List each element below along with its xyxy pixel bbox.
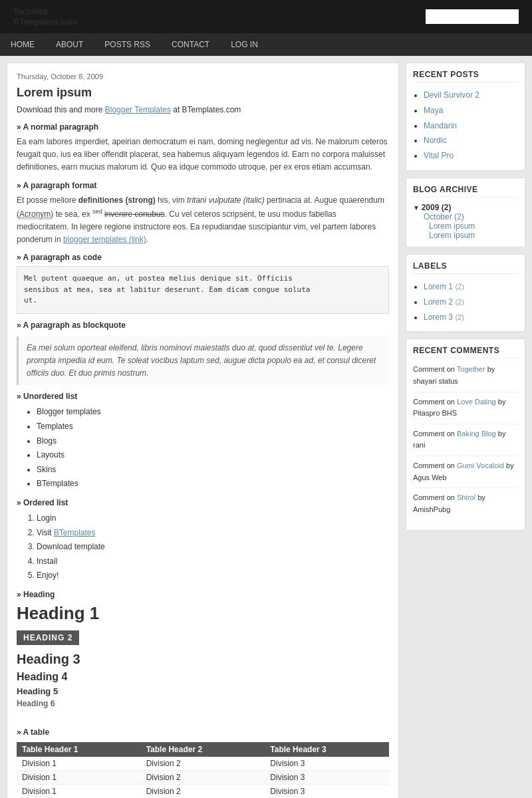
list-item: Enjoy! xyxy=(37,569,389,583)
section-code: A paragraph as code xyxy=(17,253,389,262)
comment-link[interactable]: Baking Blog xyxy=(457,430,496,438)
list-item: Skins xyxy=(37,463,389,477)
comments-title: RECENT COMMENTS xyxy=(413,346,518,358)
table-header: Table Header 2 xyxy=(141,742,265,757)
main-nav: HOME ABOUT POSTS RSS CONTACT LOG IN xyxy=(0,33,532,56)
table-cell: Division 2 xyxy=(141,770,265,784)
list-item: Lorem 1 (2) xyxy=(424,279,518,295)
comment-item: Comment on Together by shayari status xyxy=(413,364,518,392)
comment-link[interactable]: Shirol xyxy=(457,493,475,501)
comments-widget: RECENT COMMENTS Comment on Together by s… xyxy=(406,338,525,531)
labels-list: Lorem 1 (2) Lorem 2 (2) Lorem 3 (2) xyxy=(413,279,518,325)
section-heading: Heading xyxy=(17,590,389,599)
recent-post-link[interactable]: Maya xyxy=(424,106,443,115)
table-cell: Division 3 xyxy=(265,770,389,784)
nav-home[interactable]: HOME xyxy=(0,33,45,56)
unordered-list: Blogger templates Templates Blogs Layout… xyxy=(37,405,389,491)
list-item: Templates xyxy=(37,420,389,434)
archive-month-link[interactable]: October (2) xyxy=(424,212,464,221)
label-link[interactable]: Lorem 3 xyxy=(424,313,453,322)
comment-link[interactable]: Love Dating xyxy=(457,398,496,406)
table-cell: Division 3 xyxy=(265,757,389,771)
comment-item: Comment on Gumi Vocaloid by Agus Web xyxy=(413,460,518,488)
section-unordered: Unordered list xyxy=(17,392,389,401)
list-item: Devil Survivor 2 xyxy=(424,88,518,103)
section-table: A table xyxy=(17,728,389,737)
list-item: Blogs xyxy=(37,434,389,449)
format-paragraph-text: Et posse meliore definitiones (strong) h… xyxy=(17,194,389,247)
post-date: Thursday, October 8, 2009 xyxy=(17,72,389,80)
blogger-templates-link2[interactable]: blogger templates (link) xyxy=(63,235,146,244)
list-item: Download template xyxy=(37,540,389,555)
nav-contact[interactable]: CONTACT xyxy=(161,33,220,56)
archive-month: October (2) xyxy=(413,212,518,221)
site-branding: Techified BTemplates.com xyxy=(13,7,77,27)
nav-posts-rss[interactable]: POSTS RSS xyxy=(94,33,161,56)
list-item: Vital Pro xyxy=(424,148,518,164)
archive-entry-link[interactable]: Lorem ipsum xyxy=(429,221,518,231)
blogger-templates-link[interactable]: Blogger Templates xyxy=(105,105,171,114)
list-item: Install xyxy=(37,555,389,569)
list-item: Maya xyxy=(424,103,518,118)
blockquote: Ea mei solum oporteat eleifend, libris n… xyxy=(17,336,389,386)
table-cell: Division 1 xyxy=(17,784,141,798)
section-ordered: Ordered list xyxy=(17,498,389,507)
list-item: Visit BTemplates xyxy=(37,526,389,541)
labels-title: LABELS xyxy=(413,261,518,274)
section-normal-paragraph: A normal paragraph xyxy=(17,122,389,132)
label-link[interactable]: Lorem 1 xyxy=(424,282,453,291)
heading-1: Heading 1 xyxy=(17,603,389,624)
heading-6: Heading 6 xyxy=(17,699,389,708)
table-cell: Division 2 xyxy=(141,784,265,798)
section-blockquote: A paragraph as blockquote xyxy=(17,321,389,330)
list-item: Login xyxy=(37,511,389,526)
archive-year-count: (2) xyxy=(442,203,452,212)
list-item: Nordic xyxy=(424,133,518,148)
search-input[interactable] xyxy=(426,9,519,24)
label-count: (2) xyxy=(455,298,464,306)
section-paragraph-format: A paragraph format xyxy=(17,181,389,190)
archive-title: BLOG ARCHIVE xyxy=(413,185,518,198)
heading-5: Heading 5 xyxy=(17,686,389,696)
comment-link[interactable]: Gumi Vocaloid xyxy=(457,462,504,469)
label-count: (2) xyxy=(455,283,464,291)
archive-entry: Lorem ipsum xyxy=(413,231,518,240)
comment-item: Comment on Shirol by AmishPubg xyxy=(413,492,518,519)
heading-3: Heading 3 xyxy=(17,652,389,667)
heading-4: Heading 4 xyxy=(17,671,389,683)
comment-item: Comment on Love Dating by Pitaspro BHS xyxy=(413,396,518,424)
site-title: Techified xyxy=(13,7,77,17)
labels-widget: LABELS Lorem 1 (2) Lorem 2 (2) Lorem 3 (… xyxy=(406,254,525,332)
list-item: Layouts xyxy=(37,448,389,463)
table-row: Division 1 Division 2 Division 3 xyxy=(17,770,389,784)
table-header: Table Header 3 xyxy=(265,742,389,757)
nav-about[interactable]: ABOUT xyxy=(45,33,94,56)
label-count: (2) xyxy=(455,313,464,321)
sidebar: RECENT POSTS Devil Survivor 2 Maya Manda… xyxy=(406,63,525,798)
recent-post-link[interactable]: Mandarin xyxy=(424,121,457,130)
recent-post-link[interactable]: Vital Pro xyxy=(424,151,454,160)
table-header: Table Header 1 xyxy=(17,742,141,757)
archive-widget: BLOG ARCHIVE 2009 (2) October (2) Lorem … xyxy=(406,178,525,247)
main-content: Thursday, October 8, 2009 Lorem ipsum Do… xyxy=(7,63,399,798)
table-cell: Division 1 xyxy=(17,757,141,771)
recent-posts-list: Devil Survivor 2 Maya Mandarin Nordic Vi… xyxy=(413,88,518,164)
ordered-list: Login Visit BTemplates Download template… xyxy=(37,511,389,583)
archive-year[interactable]: 2009 (2) xyxy=(413,203,518,212)
list-item: Lorem 3 (2) xyxy=(424,310,518,325)
heading-2: HEADING 2 xyxy=(17,630,79,645)
site-subtitle: BTemplates.com xyxy=(13,17,77,27)
list-item: Lorem 2 (2) xyxy=(424,295,518,310)
recent-posts-title: RECENT POSTS xyxy=(413,70,518,82)
recent-post-link[interactable]: Nordic xyxy=(424,136,447,145)
archive-entry-link[interactable]: Lorem ipsum xyxy=(429,231,518,240)
comment-link[interactable]: Together xyxy=(457,365,485,373)
post-intro: Download this and more Blogger Templates… xyxy=(17,105,389,114)
list-item: BTemplates xyxy=(37,477,389,491)
table-cell: Division 2 xyxy=(141,757,265,771)
nav-login[interactable]: LOG IN xyxy=(220,33,269,56)
label-link[interactable]: Lorem 2 xyxy=(424,297,453,307)
recent-post-link[interactable]: Devil Survivor 2 xyxy=(424,90,479,100)
btemplates-link[interactable]: BTemplates xyxy=(54,528,96,537)
table-cell: Division 3 xyxy=(265,784,389,798)
